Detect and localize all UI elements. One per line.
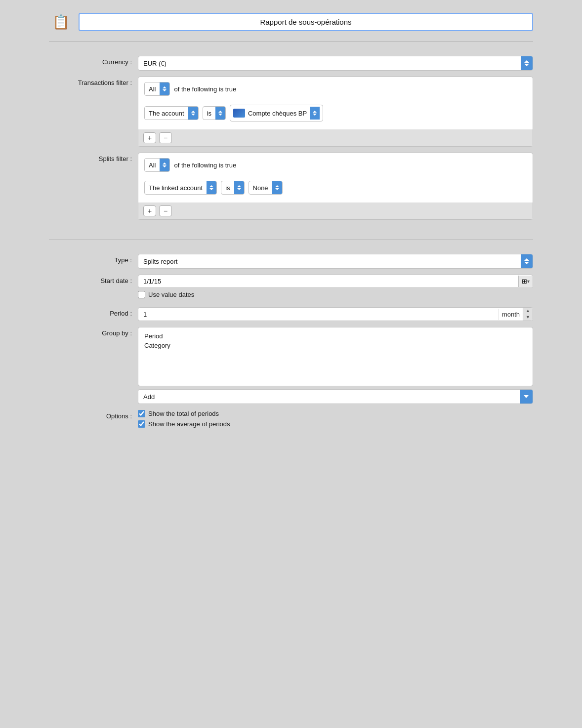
transactions-operator-value: is (203, 108, 215, 119)
currency-stepper[interactable] (521, 56, 533, 70)
splits-operator-stepper[interactable] (234, 181, 244, 194)
form-section: Currency : EUR (€) Transactions filter : (49, 48, 533, 234)
splits-filter-footer: + − (138, 202, 533, 219)
period-unit: month (499, 309, 523, 320)
option-1-row: Show the total of periods (138, 410, 533, 417)
splits-following-text: of the following is true (174, 162, 236, 169)
period-control: month ▲ ▼ (138, 307, 533, 321)
option-1-label: Show the total of periods (148, 410, 219, 417)
splits-filter-box: All of the following is true The linked … (138, 153, 533, 220)
period-stepper-up-icon: ▲ (523, 308, 533, 314)
splits-account-value: None (249, 182, 272, 194)
type-row: Type : Splits report (49, 254, 533, 269)
start-date-control: ⊞ ▾ Use value dates (138, 275, 533, 301)
transactions-filter-footer: + − (138, 129, 533, 146)
start-date-input-wrap: ⊞ ▾ (138, 275, 533, 288)
period-row: Period : month ▲ ▼ (49, 307, 533, 321)
type-control: Splits report (138, 254, 533, 269)
option-2-checkbox[interactable] (138, 420, 145, 428)
transactions-account-value: Compte chèques BP (248, 110, 307, 117)
currency-select[interactable]: EUR (€) (138, 56, 533, 71)
period-input[interactable] (138, 308, 499, 321)
splits-operator-select[interactable]: is (221, 181, 244, 195)
transactions-add-btn[interactable]: + (143, 132, 156, 143)
splits-quantifier-select[interactable]: All (144, 158, 170, 172)
group-by-label: Group by : (49, 327, 138, 337)
splits-quantifier-value: All (145, 160, 160, 171)
transactions-field-stepper[interactable] (188, 107, 198, 120)
option-1-checkbox[interactable] (138, 410, 145, 417)
currency-row: Currency : EUR (€) (49, 56, 533, 71)
period-input-wrap: month ▲ ▼ (138, 307, 533, 321)
splits-remove-btn[interactable]: − (159, 205, 172, 216)
use-value-dates-row: Use value dates (138, 291, 533, 298)
transactions-filter-box: All of the following is true The account (138, 77, 533, 147)
divider-middle (49, 240, 533, 240)
currency-value: EUR (€) (138, 57, 521, 70)
type-value: Splits report (138, 255, 521, 268)
calendar-button[interactable]: ⊞ ▾ (518, 276, 533, 287)
option-2-row: Show the average of periods (138, 420, 533, 428)
transactions-filter-rule: The account is (138, 101, 533, 129)
splits-field-value: The linked account (145, 182, 207, 194)
use-value-dates-checkbox[interactable] (138, 291, 145, 298)
splits-filter-header: All of the following is true (138, 153, 533, 177)
account-icon (233, 109, 245, 118)
splits-account-select[interactable]: None (249, 181, 283, 195)
options-label: Options : (49, 410, 138, 420)
splits-quantifier-stepper[interactable] (160, 159, 169, 171)
splits-filter-label: Splits filter : (49, 153, 138, 162)
splits-operator-value: is (221, 182, 234, 194)
splits-field-select[interactable]: The linked account (144, 181, 217, 195)
group-by-control: Period Category Add (138, 327, 533, 404)
period-label: Period : (49, 307, 138, 317)
form-section-2: Type : Splits report Start date : ⊞ (49, 246, 533, 445)
transactions-field-select[interactable]: The account (144, 106, 199, 120)
transactions-account-stepper[interactable] (310, 107, 320, 120)
app-icon: 📋 (49, 10, 73, 34)
transactions-operator-select[interactable]: is (203, 106, 226, 120)
add-dropdown-btn[interactable] (520, 390, 533, 404)
report-title-input[interactable] (79, 13, 533, 31)
transactions-following-text: of the following is true (174, 85, 236, 93)
group-by-row: Group by : Period Category Add (49, 327, 533, 404)
start-date-label: Start date : (49, 275, 138, 284)
transactions-operator-stepper[interactable] (215, 107, 225, 120)
option-2-label: Show the average of periods (148, 420, 230, 428)
type-label: Type : (49, 254, 138, 264)
splits-account-stepper[interactable] (272, 181, 282, 194)
title-bar: 📋 (49, 10, 533, 34)
list-item[interactable]: Category (144, 341, 527, 350)
divider-top (49, 41, 533, 42)
transactions-quantifier-value: All (145, 83, 160, 95)
list-item[interactable]: Period (144, 331, 527, 341)
splits-filter-row: Splits filter : All of the following is … (49, 153, 533, 220)
transactions-quantifier-stepper[interactable] (160, 82, 169, 95)
type-select[interactable]: Splits report (138, 254, 533, 269)
calendar-icon: ⊞ (522, 278, 527, 285)
splits-field-stepper[interactable] (207, 181, 216, 194)
transactions-filter-header: All of the following is true (138, 77, 533, 101)
transactions-field-value: The account (145, 108, 188, 119)
options-row: Options : Show the total of periods Show… (49, 410, 533, 431)
start-date-input[interactable] (138, 275, 518, 287)
group-by-list: Period Category (138, 327, 533, 386)
options-control: Show the total of periods Show the avera… (138, 410, 533, 431)
add-dropdown-label: Add (138, 391, 520, 403)
splits-filter-rule: The linked account is (138, 177, 533, 202)
start-date-row: Start date : ⊞ ▾ Use value dates (49, 275, 533, 301)
use-value-dates-label: Use value dates (148, 291, 194, 298)
calendar-chevron-icon: ▾ (527, 279, 530, 284)
add-dropdown[interactable]: Add (138, 389, 533, 404)
transactions-filter-control: All of the following is true The account (138, 77, 533, 147)
currency-control: EUR (€) (138, 56, 533, 71)
currency-label: Currency : (49, 56, 138, 66)
period-stepper-down-icon: ▼ (523, 314, 533, 321)
splits-add-btn[interactable]: + (143, 205, 156, 216)
transactions-remove-btn[interactable]: − (159, 132, 172, 143)
transactions-quantifier-select[interactable]: All (144, 82, 170, 96)
period-stepper[interactable]: ▲ ▼ (523, 308, 533, 321)
transactions-account-badge[interactable]: Compte chèques BP (230, 105, 323, 121)
type-stepper[interactable] (521, 254, 533, 268)
transactions-filter-label: Transactions filter : (49, 77, 138, 86)
